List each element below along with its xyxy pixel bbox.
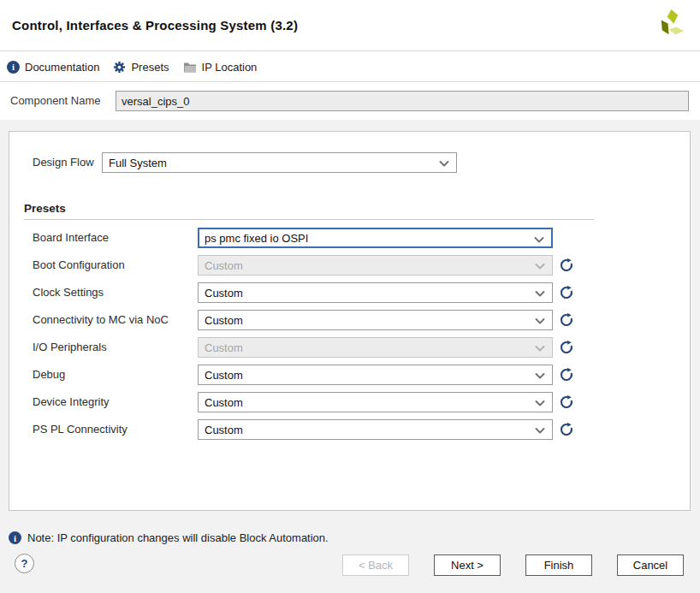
gear-icon (113, 61, 126, 74)
dialog-body: Design Flow Full System Presets Board In… (0, 120, 700, 593)
component-name-input[interactable] (116, 91, 689, 111)
documentation-label: Documentation (25, 61, 99, 74)
preset-row-label: Boot Configuration (33, 255, 125, 276)
ip-location-button[interactable]: IP Location (183, 61, 258, 74)
help-icon: ? (21, 557, 28, 570)
component-name-label: Component Name (10, 94, 101, 107)
preset-dropdown[interactable]: Custom (198, 310, 553, 330)
preset-row-label: Connectivity to MC via NoC (33, 310, 169, 330)
refresh-icon[interactable] (559, 285, 574, 300)
preset-row-label: Clock Settings (33, 282, 104, 303)
back-button[interactable]: < Back (342, 554, 409, 576)
preset-dropdown-value: Custom (205, 396, 243, 409)
presets-button[interactable]: Presets (113, 61, 169, 74)
preset-dropdown[interactable]: ps pmc fixed io OSPI (198, 228, 553, 248)
finish-button[interactable]: Finish (525, 554, 592, 576)
preset-dropdown[interactable]: Custom (198, 392, 553, 412)
documentation-button[interactable]: i Documentation (7, 61, 99, 74)
button-bar: < Back Next > Finish Cancel (342, 554, 684, 576)
preset-dropdown-value: Custom (205, 314, 243, 327)
preset-dropdown[interactable]: Custom (198, 365, 553, 385)
note-text: Note: IP configuration changes will disa… (27, 531, 329, 544)
preset-dropdown-value: Custom (205, 259, 243, 272)
chevron-down-icon (535, 318, 545, 324)
preset-row: Clock Settings Custom (9, 282, 690, 303)
preset-rows: Board Interface ps pmc fixed io OSPI Boo… (9, 132, 690, 510)
preset-row: Board Interface ps pmc fixed io OSPI (9, 228, 690, 248)
preset-dropdown-value: Custom (205, 424, 243, 436)
refresh-icon[interactable] (559, 422, 574, 437)
chevron-down-icon (535, 346, 545, 352)
cancel-button[interactable]: Cancel (617, 554, 684, 576)
presets-label: Presets (131, 61, 169, 74)
refresh-icon[interactable] (559, 367, 574, 382)
preset-row-label: PS PL Connectivity (33, 419, 128, 440)
preset-row: PS PL Connectivity Custom (9, 419, 690, 440)
note-row: i Note: IP configuration changes will di… (9, 531, 329, 544)
page-title: Control, Interfaces & Processing System … (0, 18, 298, 33)
toolbar: i Documentation Presets IP Locatio (0, 52, 700, 82)
preset-row-label: Board Interface (33, 228, 109, 248)
preset-dropdown[interactable]: Custom (198, 255, 553, 276)
preset-dropdown-value: Custom (205, 369, 243, 382)
chevron-down-icon (535, 373, 545, 379)
preset-row: Debug Custom (9, 365, 690, 385)
preset-row-label: Device Integrity (33, 392, 110, 412)
info-icon: i (9, 531, 21, 544)
preset-dropdown[interactable]: Custom (198, 419, 553, 440)
preset-dropdown-value: Custom (205, 341, 243, 354)
chevron-down-icon (535, 291, 545, 297)
folder-icon (183, 62, 197, 73)
chevron-down-icon (535, 400, 545, 406)
next-button[interactable]: Next > (434, 554, 501, 576)
cips-config-dialog: Control, Interfaces & Processing System … (0, 0, 700, 593)
dialog-header: Control, Interfaces & Processing System … (0, 0, 700, 51)
info-icon: i (7, 61, 20, 74)
refresh-icon[interactable] (559, 340, 574, 355)
preset-row: Connectivity to MC via NoC Custom (9, 310, 690, 330)
preset-row-label: Debug (33, 365, 65, 385)
preset-dropdown[interactable]: Custom (198, 282, 553, 303)
preset-row: I/O Peripherals Custom (9, 337, 690, 358)
chevron-down-icon (535, 264, 545, 270)
preset-row-label: I/O Peripherals (33, 337, 107, 358)
component-name-row: Component Name (0, 82, 700, 120)
refresh-icon[interactable] (559, 258, 574, 273)
ip-location-label: IP Location (202, 61, 258, 74)
preset-row: Boot Configuration Custom (9, 255, 690, 276)
preset-row: Device Integrity Custom (9, 392, 690, 412)
xilinx-logo-icon (652, 6, 690, 44)
refresh-icon[interactable] (559, 312, 574, 328)
chevron-down-icon (535, 428, 545, 434)
refresh-icon[interactable] (559, 394, 574, 410)
preset-dropdown[interactable]: Custom (198, 337, 553, 358)
config-panel: Design Flow Full System Presets Board In… (9, 131, 691, 511)
preset-dropdown-value: ps pmc fixed io OSPI (205, 232, 308, 245)
preset-dropdown-value: Custom (205, 287, 243, 299)
chevron-down-icon (534, 237, 544, 243)
help-button[interactable]: ? (15, 554, 34, 573)
